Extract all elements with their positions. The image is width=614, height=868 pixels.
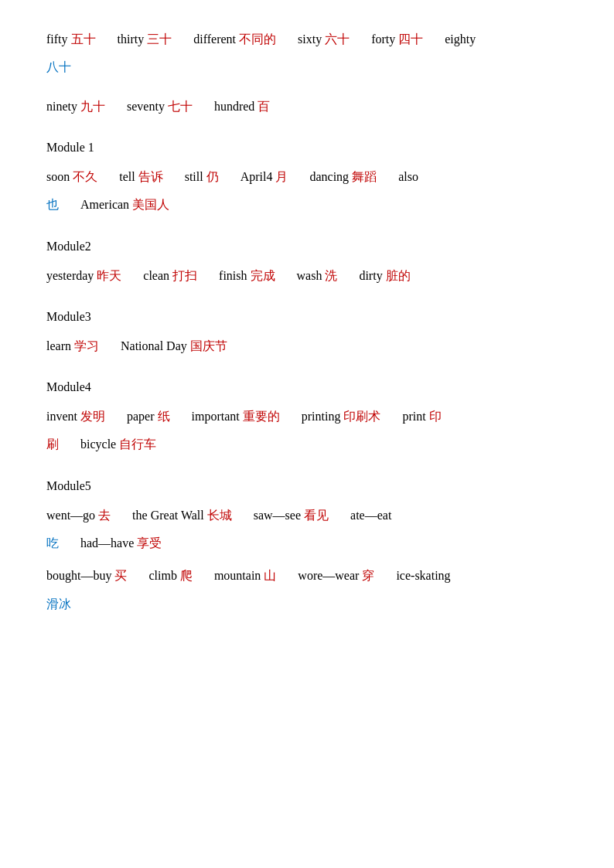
module1-title: Module 1: [46, 137, 568, 159]
module4-title: Module4: [46, 376, 568, 399]
word-april4: April4 月: [240, 170, 292, 183]
word-soon: soon 不久: [46, 170, 101, 183]
word-dancing: dancing 舞蹈: [309, 170, 380, 183]
word-thirty: thirty 三十: [118, 32, 176, 46]
word-dirty: dirty 脏的: [359, 269, 410, 282]
module3-line1: learn 学习 National Day 国庆节: [46, 335, 568, 358]
word-sixty: sixty 六十: [298, 32, 353, 46]
module3-title: Module3: [46, 306, 568, 328]
module2-line1: yesterday 昨天 clean 打扫 finish 完成 wash 洗 d…: [46, 264, 568, 288]
word-forty: forty 四十: [371, 32, 426, 46]
word-climb: climb 爬: [148, 569, 195, 582]
word-printing: printing 印刷术: [302, 410, 384, 423]
word-paper: paper 纸: [127, 410, 173, 423]
word-seventy: seventy 七十: [127, 100, 196, 113]
word-ninety: ninety 九十: [46, 100, 108, 113]
word-also: also: [398, 170, 418, 183]
word-bicycle: bicycle 自行车: [80, 437, 156, 451]
word-had-have: had—have 享受: [80, 536, 162, 550]
word-wore-wear: wore—wear 穿: [298, 569, 377, 582]
word-important: important 重要的: [192, 410, 283, 423]
vocab-line-1b: 八十: [46, 56, 568, 79]
word-fifty: fifty 五十: [46, 32, 99, 46]
vocab-line-2: ninety 九十 seventy 七十 hundred 百: [46, 95, 568, 118]
module1-line1: soon 不久 tell 告诉 still 仍 April4 月 dancing…: [46, 165, 568, 189]
word-eighty: eighty: [445, 32, 476, 46]
word-yesterday: yesterday 昨天: [46, 269, 125, 282]
module5-line1: went—go 去 the Great Wall 长城 saw—see 看见 a…: [46, 504, 568, 527]
word-different: different 不同的: [193, 32, 279, 46]
module1-line1b: 也 American 美国人: [46, 193, 568, 216]
word-ice-skating: ice-skating: [396, 569, 450, 582]
word-mountain: mountain 山: [214, 569, 279, 582]
word-bought-buy: bought—buy 买: [46, 569, 130, 582]
main-content: fifty 五十 thirty 三十 different 不同的 sixty 六…: [46, 28, 568, 616]
module2-title: Module2: [46, 236, 568, 258]
word-wash: wash 洗: [297, 269, 341, 282]
word-learn: learn 学习: [46, 339, 102, 352]
word-saw-see: saw—see 看见: [254, 509, 332, 522]
word-national-day: National Day 国庆节: [121, 339, 227, 352]
word-great-wall: the Great Wall 长城: [132, 509, 235, 522]
word-invent: invent 发明: [46, 410, 108, 423]
module4-line2: 刷 bicycle 自行车: [46, 433, 568, 456]
word-tell: tell 告诉: [119, 170, 165, 183]
word-american: American 美国人: [80, 198, 169, 211]
word-ate-eat: ate—eat: [350, 509, 391, 522]
word-print: print 印: [402, 410, 441, 423]
word-finish: finish 完成: [219, 269, 278, 282]
word-still: still 仍: [185, 170, 222, 183]
vocab-line-1: fifty 五十 thirty 三十 different 不同的 sixty 六…: [46, 28, 568, 51]
module5-line2: 吃 had—have 享受: [46, 532, 568, 555]
word-went-go: went—go 去: [46, 509, 114, 522]
module5-line3: bought—buy 买 climb 爬 mountain 山 wore—wea…: [46, 564, 568, 587]
module5-line3b: 滑冰: [46, 593, 568, 616]
word-clean: clean 打扫: [143, 269, 200, 282]
module5-title: Module5: [46, 475, 568, 498]
word-hundred: hundred 百: [214, 100, 270, 113]
module4-line1: invent 发明 paper 纸 important 重要的 printing…: [46, 405, 568, 428]
